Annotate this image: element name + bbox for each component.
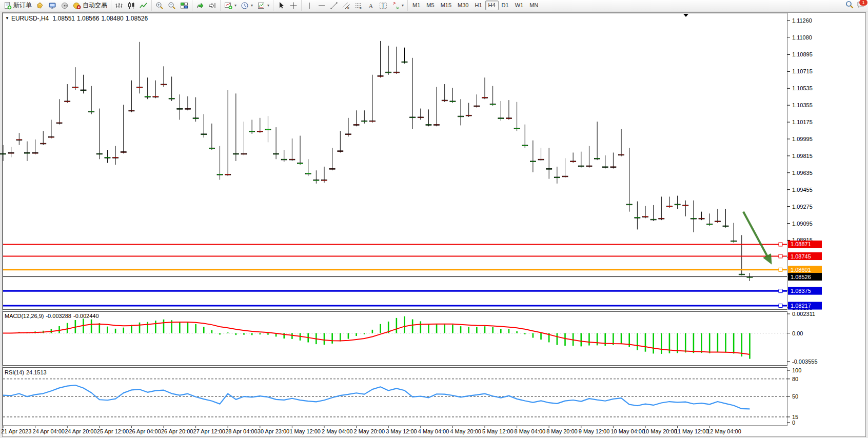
svg-text:26 Apr 04:00: 26 Apr 04:00	[129, 428, 161, 434]
toolbar-vertical-line-button[interactable]	[303, 0, 315, 11]
text-icon: A	[367, 2, 375, 10]
svg-text:1.09995: 1.09995	[792, 136, 813, 142]
chevron-down-icon[interactable]: ▾	[267, 3, 269, 8]
svg-text:1.08375: 1.08375	[791, 288, 811, 294]
toolbar-search-button[interactable]	[845, 1, 854, 11]
timeframe-m30-button[interactable]: M30	[455, 1, 471, 10]
toolbar-auto-scroll-button[interactable]	[194, 0, 206, 11]
svg-text:1.08217: 1.08217	[791, 303, 811, 309]
svg-text:1.08601: 1.08601	[791, 267, 811, 273]
svg-text:1.10535: 1.10535	[792, 85, 813, 91]
toolbar-equidistant-channel-button[interactable]: E	[340, 0, 352, 11]
svg-text:1.10895: 1.10895	[792, 51, 813, 57]
toolbar-new-order-button[interactable]: 新订单	[2, 0, 34, 11]
chevron-down-icon[interactable]: ▾	[251, 3, 253, 8]
svg-text:50: 50	[792, 393, 798, 400]
svg-text:1.10355: 1.10355	[792, 102, 813, 108]
ohlc-close: 1.08526	[126, 15, 148, 22]
svg-text:A: A	[369, 2, 373, 9]
timeframe-h1-button[interactable]: H1	[471, 1, 485, 10]
arrows-icon	[391, 2, 400, 10]
tile-windows-icon	[180, 2, 188, 10]
svg-text:24 Apr 04:00: 24 Apr 04:00	[33, 428, 65, 434]
autotrade-icon	[73, 2, 81, 10]
toolbar-line-chart-button[interactable]	[137, 0, 150, 11]
timeframe-m15-button[interactable]: M15	[438, 1, 455, 10]
toolbar-crosshair-button[interactable]	[287, 0, 300, 11]
toolbar-chat-button[interactable]: 1	[857, 1, 865, 11]
signal-icon	[61, 2, 69, 10]
trendline-icon	[330, 2, 338, 10]
svg-text:21 Apr 2023: 21 Apr 2023	[1, 428, 31, 434]
svg-text:25 Apr 12:00: 25 Apr 12:00	[97, 428, 129, 434]
symbol-collapse-icon[interactable]: ▼	[5, 16, 9, 21]
toolbar-indicators-button[interactable]: ▾	[222, 0, 239, 11]
bar-chart-icon	[115, 2, 123, 10]
periods-icon	[241, 2, 249, 10]
svg-text:4 May 20:00: 4 May 20:00	[450, 428, 481, 434]
toolbar-trendline-button[interactable]	[328, 0, 340, 11]
toolbar-tile-windows-button[interactable]	[178, 0, 190, 11]
svg-text:1.11260: 1.11260	[792, 17, 812, 24]
toolbar-zoom-in-button[interactable]	[153, 0, 166, 11]
cursor-icon	[277, 2, 285, 10]
toolbar-bar-chart-button[interactable]	[113, 0, 125, 11]
toolbar-periods-button[interactable]: ▾	[239, 0, 255, 11]
chart-canvas[interactable]: 1.112601.110801.108951.107151.105351.103…	[0, 0, 868, 438]
toolbar-text-label-button[interactable]: T	[377, 0, 389, 11]
toolbar-trade-assistant-button[interactable]	[46, 0, 58, 11]
symbol-period-label: EURUSD-,H4	[11, 15, 49, 22]
toolbar-chart-shift-button[interactable]	[206, 0, 219, 11]
svg-text:1.09455: 1.09455	[792, 187, 813, 193]
trading-app-window: 1.112601.110801.108951.107151.105351.103…	[0, 0, 868, 438]
toolbar-gold-seal-button[interactable]	[34, 0, 46, 11]
svg-text:10 May 04:00: 10 May 04:00	[610, 428, 645, 434]
zoom-out-icon	[168, 2, 176, 10]
ohlc-high: 1.08566	[77, 15, 99, 22]
chevron-down-icon[interactable]: ▾	[402, 3, 404, 8]
toolbar-cursor-button[interactable]	[275, 0, 287, 11]
svg-text:0.002311: 0.002311	[792, 311, 815, 317]
timeframe-m1-button[interactable]: M1	[409, 1, 423, 10]
svg-text:2 May 04:00: 2 May 04:00	[322, 428, 353, 434]
svg-text:1.09275: 1.09275	[792, 204, 813, 210]
toolbar-text-button[interactable]: A	[365, 0, 377, 11]
toolbar-autotrade-button[interactable]: 自动交易	[71, 0, 109, 11]
timeframe-w1-button[interactable]: W1	[512, 1, 527, 10]
candle-chart-icon	[127, 2, 135, 10]
toolbar-signal-button[interactable]	[58, 0, 71, 11]
trade-assistant-icon	[48, 2, 56, 10]
svg-text:2 May 20:00: 2 May 20:00	[354, 428, 385, 434]
timeframe-group: M1M5M15M30H1H4D1W1MN	[407, 0, 543, 11]
auto-scroll-icon	[196, 2, 204, 10]
timeframe-d1-button[interactable]: D1	[499, 1, 512, 10]
timeframe-mn-button[interactable]: MN	[526, 1, 541, 10]
toolbar-arrows-button[interactable]: ▾	[389, 0, 406, 11]
svg-text:1.09815: 1.09815	[792, 153, 813, 159]
vertical-line-icon	[305, 2, 313, 10]
svg-text:F: F	[360, 7, 362, 10]
ohlc-open: 1.08551	[53, 15, 75, 22]
svg-text:8 May 20:00: 8 May 20:00	[546, 428, 578, 434]
svg-text:1 May 12:00: 1 May 12:00	[289, 428, 321, 434]
toolbar-horizontal-line-button[interactable]	[315, 0, 328, 11]
zoom-in-icon	[155, 2, 164, 10]
chart-window[interactable]: 1.112601.110801.108951.107151.105351.103…	[0, 0, 868, 438]
toolbar-candle-chart-button[interactable]	[125, 0, 137, 11]
toolbar-group-orders: 新订单自动交易	[0, 0, 111, 11]
svg-text:1.11080: 1.11080	[792, 34, 812, 41]
chevron-down-icon[interactable]: ▾	[234, 3, 236, 8]
gold-seal-icon	[36, 2, 44, 10]
timeframe-h4-button[interactable]: H4	[485, 1, 499, 10]
toolbar-group-navigate	[192, 0, 220, 11]
svg-text:24 Apr 20:00: 24 Apr 20:00	[65, 428, 96, 434]
macd-indicator-label: MACD(12,26,9)-0.003288-0.002440	[5, 313, 101, 319]
toolbar-fibonacci-button[interactable]: F	[352, 0, 365, 11]
toolbar-templates-button[interactable]: ▾	[255, 0, 271, 11]
svg-text:5 May 12:00: 5 May 12:00	[482, 428, 514, 434]
horizontal-line-icon	[318, 2, 326, 10]
toolbar-group-zoom	[151, 0, 192, 11]
timeframe-m5-button[interactable]: M5	[423, 1, 437, 10]
toolbar-zoom-out-button[interactable]	[166, 0, 178, 11]
svg-text:8 May 04:00: 8 May 04:00	[515, 428, 546, 434]
